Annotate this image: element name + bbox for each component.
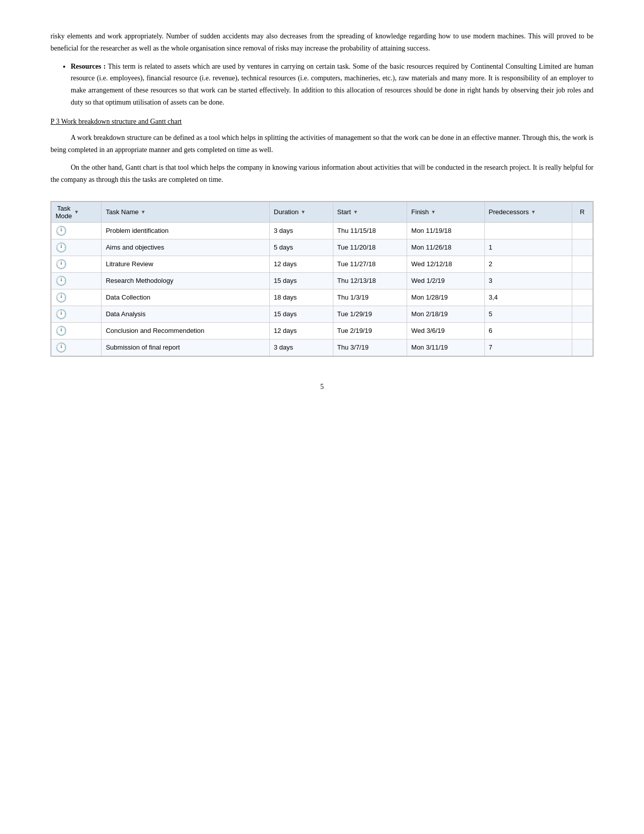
- col-duration-label: Duration: [274, 208, 299, 216]
- cell-start: Tue 1/29/19: [333, 306, 407, 322]
- bullet-resources: Resources : This term is related to asse…: [71, 61, 593, 109]
- cell-task-name: Data Collection: [102, 289, 270, 306]
- cell-duration: 3 days: [270, 222, 333, 239]
- cell-predecessors: 7: [484, 339, 572, 356]
- cell-task-mode: 🕛: [52, 256, 102, 272]
- cell-duration: 3 days: [270, 339, 333, 356]
- paragraph-2-text: A work breakdown structure can be define…: [51, 134, 593, 154]
- col-extra: R: [572, 202, 592, 222]
- cell-start: Thu 3/7/19: [333, 339, 407, 356]
- table-row: 🕛Research Methodology15 daysThu 12/13/18…: [52, 272, 593, 289]
- cell-finish: Wed 3/6/19: [407, 322, 484, 339]
- col-extra-label: R: [580, 208, 584, 216]
- paragraph-2: A work breakdown structure can be define…: [51, 132, 593, 156]
- cell-finish: Mon 1/28/19: [407, 289, 484, 306]
- cell-predecessors: 1: [484, 239, 572, 256]
- cell-duration: 12 days: [270, 322, 333, 339]
- page-number-text: 5: [320, 383, 324, 390]
- cell-predecessors: [484, 222, 572, 239]
- cell-task-mode: 🕛: [52, 289, 102, 306]
- cell-task-name: Data Analysis: [102, 306, 270, 322]
- cell-predecessors: 6: [484, 322, 572, 339]
- table-row: 🕛Problem identification3 daysThu 11/15/1…: [52, 222, 593, 239]
- cell-start: Tue 2/19/19: [333, 322, 407, 339]
- cell-duration: 12 days: [270, 256, 333, 272]
- cell-predecessors: 2: [484, 256, 572, 272]
- cell-extra: [572, 222, 592, 239]
- col-start-sort[interactable]: ▼: [353, 209, 358, 215]
- gantt-table-wrapper: TaskMode ▼ Task Name ▼ Duration ▼: [51, 201, 593, 357]
- cell-task-name: Litrature Review: [102, 256, 270, 272]
- col-predecessors[interactable]: Predecessors ▼: [484, 202, 572, 222]
- cell-task-mode: 🕛: [52, 339, 102, 356]
- cell-finish: Mon 2/18/19: [407, 306, 484, 322]
- cell-finish: Wed 12/12/18: [407, 256, 484, 272]
- col-predecessors-label: Predecessors: [489, 208, 529, 216]
- cell-start: Thu 1/3/19: [333, 289, 407, 306]
- task-mode-icon: 🕛: [56, 259, 67, 269]
- cell-extra: [572, 339, 592, 356]
- cell-start: Thu 11/15/18: [333, 222, 407, 239]
- task-mode-icon: 🕛: [56, 309, 67, 319]
- bullet-resources-label: Resources :: [71, 63, 106, 70]
- cell-task-name: Aims and objectives: [102, 239, 270, 256]
- col-predecessors-sort[interactable]: ▼: [531, 209, 536, 215]
- cell-start: Thu 12/13/18: [333, 272, 407, 289]
- bullet-resources-text: This term is related to assets which are…: [71, 63, 593, 106]
- col-duration[interactable]: Duration ▼: [270, 202, 333, 222]
- cell-extra: [572, 289, 592, 306]
- cell-task-mode: 🕛: [52, 322, 102, 339]
- col-task-mode[interactable]: TaskMode ▼: [52, 202, 102, 222]
- col-task-name[interactable]: Task Name ▼: [102, 202, 270, 222]
- table-row: 🕛Data Analysis15 daysTue 1/29/19Mon 2/18…: [52, 306, 593, 322]
- cell-predecessors: 3,4: [484, 289, 572, 306]
- bullet-list: Resources : This term is related to asse…: [71, 61, 593, 109]
- col-start[interactable]: Start ▼: [333, 202, 407, 222]
- cell-task-name: Submission of final report: [102, 339, 270, 356]
- cell-start: Tue 11/27/18: [333, 256, 407, 272]
- gantt-table: TaskMode ▼ Task Name ▼ Duration ▼: [51, 202, 593, 356]
- table-header-row: TaskMode ▼ Task Name ▼ Duration ▼: [52, 202, 593, 222]
- cell-task-name: Research Methodology: [102, 272, 270, 289]
- cell-task-mode: 🕛: [52, 239, 102, 256]
- cell-finish: Mon 11/26/18: [407, 239, 484, 256]
- cell-extra: [572, 239, 592, 256]
- table-row: 🕛Litrature Review12 daysTue 11/27/18Wed …: [52, 256, 593, 272]
- table-row: 🕛Aims and objectives5 daysTue 11/20/18Mo…: [52, 239, 593, 256]
- col-finish[interactable]: Finish ▼: [407, 202, 484, 222]
- task-mode-icon: 🕛: [56, 342, 67, 353]
- col-task-mode-sort[interactable]: ▼: [74, 209, 79, 215]
- cell-task-mode: 🕛: [52, 272, 102, 289]
- cell-task-name: Conclusion and Recommendetion: [102, 322, 270, 339]
- col-finish-sort[interactable]: ▼: [431, 209, 436, 215]
- cell-duration: 15 days: [270, 306, 333, 322]
- cell-task-mode: 🕛: [52, 222, 102, 239]
- cell-extra: [572, 256, 592, 272]
- cell-duration: 15 days: [270, 272, 333, 289]
- cell-finish: Mon 11/19/18: [407, 222, 484, 239]
- col-start-label: Start: [337, 208, 351, 216]
- table-row: 🕛Submission of final report3 daysThu 3/7…: [52, 339, 593, 356]
- task-mode-icon: 🕛: [56, 292, 67, 303]
- table-row: 🕛Data Collection18 daysThu 1/3/19Mon 1/2…: [52, 289, 593, 306]
- task-mode-icon: 🕛: [56, 226, 67, 236]
- cell-extra: [572, 272, 592, 289]
- page-number: 5: [51, 383, 593, 391]
- cell-task-mode: 🕛: [52, 306, 102, 322]
- cell-extra: [572, 306, 592, 322]
- paragraph-intro: risky elements and work appropriately. N…: [51, 30, 593, 55]
- col-task-name-sort[interactable]: ▼: [140, 209, 145, 215]
- col-task-name-label: Task Name: [106, 208, 138, 216]
- cell-finish: Wed 1/2/19: [407, 272, 484, 289]
- paragraph-3-text: On the other hand, Gantt chart is that t…: [51, 164, 593, 183]
- section-heading: P 3 Work breakdown structure and Gantt c…: [51, 118, 593, 126]
- cell-predecessors: 3: [484, 272, 572, 289]
- cell-task-name: Problem identification: [102, 222, 270, 239]
- cell-extra: [572, 322, 592, 339]
- col-duration-sort[interactable]: ▼: [301, 209, 306, 215]
- cell-duration: 18 days: [270, 289, 333, 306]
- table-row: 🕛Conclusion and Recommendetion12 daysTue…: [52, 322, 593, 339]
- paragraph-intro-text: risky elements and work appropriately. N…: [51, 32, 593, 52]
- paragraph-3: On the other hand, Gantt chart is that t…: [51, 162, 593, 186]
- task-mode-icon: 🕛: [56, 242, 67, 253]
